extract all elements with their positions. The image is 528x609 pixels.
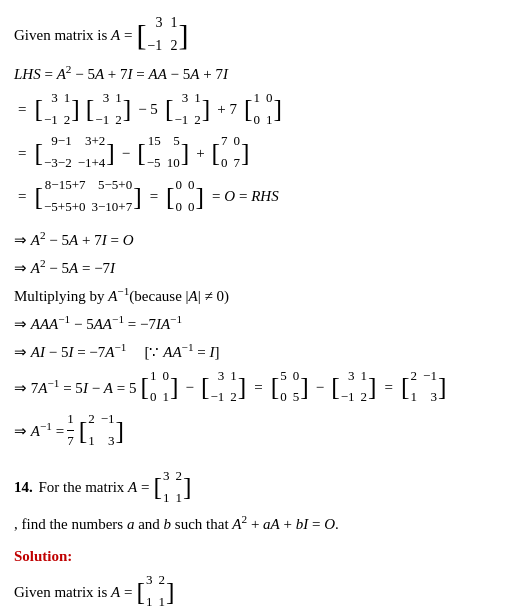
solution-given-text: Given matrix is A = <box>14 580 132 604</box>
problem-14: 14. For the matrix A = [ 32 11 ] , find … <box>14 466 514 537</box>
step2: = [ 9−13+2 −3−2−1+4 ] − [ 155 −510 ] + [… <box>14 131 514 174</box>
m-5a: [ 155 −510 ] <box>137 131 189 174</box>
m-product: [ 9−13+2 −3−2−1+4 ] <box>34 131 114 174</box>
given-matrix-line: Given matrix is A = [ 3 1 −1 2 ] <box>14 12 514 58</box>
matrix-A: [ 3 1 −1 2 ] <box>136 12 188 58</box>
lhs-text: LHS = A2 − 5A + 7I = AA − 5A + 7I <box>14 60 228 86</box>
implies3: ⇒ AAA−1 − 5AA−1 = −7IA−1 <box>14 310 514 336</box>
cell-00: 3 <box>147 12 162 34</box>
m-result: [ 2−1 13 ] <box>401 366 446 409</box>
m-7i: [ 70 07 ] <box>212 131 250 174</box>
m-inv: [ 2−1 13 ] <box>79 409 124 452</box>
solution-label: Solution: <box>14 544 514 568</box>
m-expanded: [ 8−15+75−5+0 −5+5+03−10+7 ] <box>34 175 141 218</box>
matrix-grid: 3 1 −1 2 <box>147 12 177 58</box>
m2: [ 31 −12 ] <box>86 88 131 131</box>
m-zero: [ 00 00 ] <box>166 175 204 218</box>
multiply-line: Multiplying by A−1(because |A| ≠ 0) <box>14 282 514 308</box>
m3: [ 31 −12 ] <box>165 88 210 131</box>
cell-10: −1 <box>147 35 162 57</box>
problem-number: 14. <box>14 475 37 499</box>
bracket-right: ] <box>178 20 188 50</box>
m1: [ 31 −12 ] <box>34 88 79 131</box>
page-content: Given matrix is A = [ 3 1 −1 2 ] LHS = A… <box>14 12 514 609</box>
implies5: ⇒ 7A−1 = 5I − A = 5 [ 10 01 ] − [ 31 −12… <box>14 366 514 409</box>
problem-suffix: , find the numbers a and b such that A2 … <box>14 510 339 536</box>
eq1: = <box>18 97 26 121</box>
implies4: ⇒ AI − 5I = −7A−1 [∵ AA−1 = I] <box>14 338 514 364</box>
m-a3: [ 31 −12 ] <box>331 366 376 409</box>
implies2: ⇒ A2 − 5A = −7I <box>14 254 514 280</box>
m-5i: [ 50 05 ] <box>271 366 309 409</box>
problem-matrix: [ 32 11 ] <box>153 466 191 509</box>
implies1: ⇒ A2 − 5A + 7I = O <box>14 226 514 252</box>
cell-01: 1 <box>170 12 177 34</box>
bracket-left: [ <box>136 20 146 50</box>
m-a2: [ 31 −12 ] <box>201 366 246 409</box>
sol-matrix-A: [ 32 11 ] <box>136 570 174 609</box>
cell-11: 2 <box>170 35 177 57</box>
lhs-line: LHS = A2 − 5A + 7I = AA − 5A + 7I <box>14 60 514 86</box>
implies6: ⇒ A−1 = 1 7 [ 2−1 13 ] <box>14 409 514 452</box>
problem-text: For the matrix A = <box>39 475 150 499</box>
step3: = [ 8−15+75−5+0 −5+5+03−10+7 ] = [ 00 00… <box>14 175 514 218</box>
step1: = [ 31 −12 ] [ 31 −12 ] − 5 [ 31 −12 ] <box>14 88 514 131</box>
solution-given-line: Given matrix is A = [ 32 11 ] <box>14 570 514 609</box>
m-id2: [ 10 01 ] <box>140 366 178 409</box>
m4-identity: [ 10 01 ] <box>244 88 282 131</box>
given-text: Given matrix is A = <box>14 23 132 47</box>
